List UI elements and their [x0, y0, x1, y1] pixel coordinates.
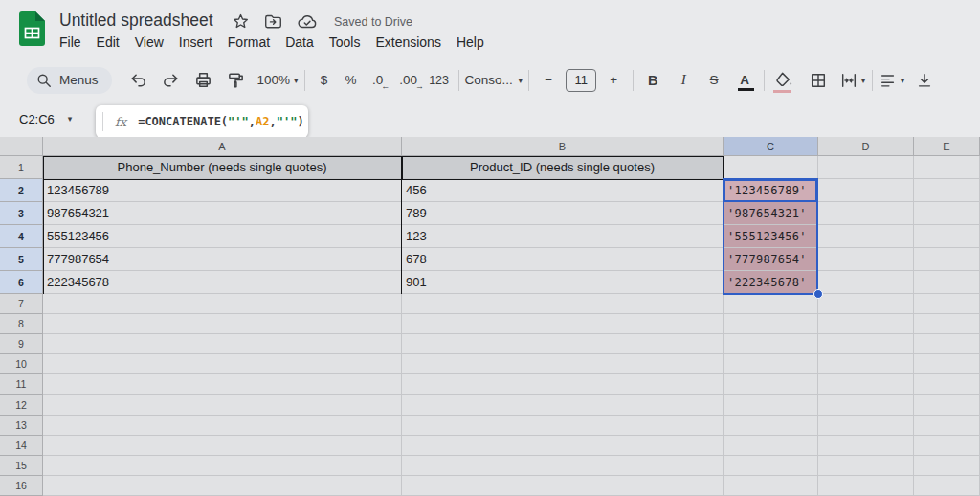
format-percent-button[interactable]: % — [338, 67, 365, 94]
increase-decimal-button[interactable]: .00→ — [395, 67, 422, 94]
column-header-d[interactable]: D — [818, 137, 914, 156]
move-folder-icon[interactable] — [264, 13, 282, 30]
cell-B7[interactable] — [402, 294, 724, 314]
cell-D15[interactable] — [818, 456, 914, 476]
cell-B11[interactable] — [402, 374, 724, 395]
cell-D9[interactable] — [818, 334, 914, 354]
cell-B5[interactable]: 678 — [402, 248, 724, 271]
cell-C4[interactable]: '555123456' — [724, 225, 818, 248]
cell-D13[interactable] — [818, 416, 914, 436]
column-header-b[interactable]: B — [402, 137, 724, 156]
cell-D5[interactable] — [818, 248, 914, 271]
more-formats-button[interactable]: 123 — [426, 67, 453, 94]
cell-C2[interactable]: '123456789' — [724, 179, 818, 202]
name-box[interactable]: C2:C6 ▾ — [0, 101, 96, 137]
cell-B13[interactable] — [402, 416, 724, 436]
cell-A4[interactable]: 555123456 — [43, 225, 402, 248]
cell-E8[interactable] — [914, 314, 980, 334]
cell-C6[interactable]: '222345678' — [724, 271, 818, 294]
cell-C7[interactable] — [724, 294, 818, 314]
cell-B14[interactable] — [402, 436, 724, 456]
row-header-10[interactable]: 10 — [0, 354, 43, 374]
fill-color-button[interactable] — [770, 67, 797, 94]
cell-E10[interactable] — [914, 354, 980, 374]
cell-D16[interactable] — [818, 476, 914, 496]
cell-B1[interactable]: Product_ID (needs single quotes) — [402, 156, 724, 179]
row-header-12[interactable]: 12 — [0, 395, 43, 415]
cell-B9[interactable] — [402, 334, 724, 354]
print-button[interactable] — [190, 67, 217, 94]
cell-C12[interactable] — [724, 395, 818, 415]
cell-D10[interactable] — [818, 354, 914, 374]
decrease-decimal-button[interactable]: .0← — [365, 67, 391, 94]
cell-B4[interactable]: 123 — [402, 225, 724, 248]
cell-C1[interactable] — [724, 156, 818, 179]
row-header-1[interactable]: 1 — [0, 156, 43, 179]
cell-D2[interactable] — [818, 179, 914, 202]
cell-C16[interactable] — [724, 476, 818, 496]
cell-A8[interactable] — [43, 314, 402, 334]
cell-A3[interactable]: 987654321 — [43, 202, 402, 225]
cell-A9[interactable] — [43, 334, 402, 354]
cell-A14[interactable] — [43, 436, 402, 456]
cell-A11[interactable] — [43, 374, 402, 395]
cell-C9[interactable] — [724, 334, 818, 354]
cell-B2[interactable]: 456 — [402, 179, 724, 202]
row-header-3[interactable]: 3 — [0, 202, 43, 225]
row-header-11[interactable]: 11 — [0, 374, 43, 395]
cell-C14[interactable] — [724, 436, 818, 456]
cell-A6[interactable]: 222345678 — [43, 271, 402, 294]
cell-A7[interactable] — [43, 294, 402, 314]
cell-E11[interactable] — [914, 374, 980, 395]
cell-D14[interactable] — [818, 436, 914, 456]
cell-E3[interactable] — [914, 202, 980, 225]
menu-item-data[interactable]: Data — [278, 33, 322, 52]
cell-A5[interactable]: 777987654 — [43, 248, 402, 271]
cell-D6[interactable] — [818, 271, 914, 294]
cell-E5[interactable] — [914, 248, 980, 271]
cell-E13[interactable] — [914, 416, 980, 436]
cell-B8[interactable] — [402, 314, 724, 334]
row-header-2[interactable]: 2 — [0, 179, 43, 202]
sheets-logo-icon[interactable] — [19, 11, 45, 46]
row-header-7[interactable]: 7 — [0, 294, 43, 314]
cell-C11[interactable] — [724, 374, 818, 395]
formula-input-highlight[interactable]: fx =CONCATENATE("'",A2,"'") — [96, 105, 308, 138]
format-currency-button[interactable]: $ — [311, 67, 338, 94]
menu-item-view[interactable]: View — [127, 33, 171, 52]
font-size-input[interactable]: 11 — [566, 69, 596, 92]
text-color-button[interactable]: A — [731, 67, 758, 94]
cell-B16[interactable] — [402, 476, 724, 496]
cell-C10[interactable] — [724, 354, 818, 374]
menu-item-tools[interactable]: Tools — [322, 33, 368, 52]
row-header-16[interactable]: 16 — [0, 476, 43, 496]
menu-item-file[interactable]: File — [52, 33, 89, 52]
saved-cloud-icon[interactable] — [298, 14, 317, 30]
increase-font-size-button[interactable]: + — [600, 67, 627, 94]
cell-D1[interactable] — [818, 156, 914, 179]
menu-item-format[interactable]: Format — [220, 33, 278, 52]
cell-E4[interactable] — [914, 225, 980, 248]
cell-B12[interactable] — [402, 395, 724, 415]
cell-D11[interactable] — [818, 374, 914, 395]
column-header-a[interactable]: A — [43, 137, 402, 156]
fill-handle[interactable] — [813, 289, 823, 299]
menu-item-insert[interactable]: Insert — [171, 33, 220, 52]
cell-C8[interactable] — [724, 314, 818, 334]
cell-B3[interactable]: 789 — [402, 202, 724, 225]
cell-A16[interactable] — [43, 476, 402, 496]
row-header-14[interactable]: 14 — [0, 436, 43, 456]
font-family-select[interactable]: Conso... ▾ — [465, 67, 523, 94]
cell-E7[interactable] — [914, 294, 980, 314]
cell-E2[interactable] — [914, 179, 980, 202]
cell-E16[interactable] — [914, 476, 980, 496]
row-header-6[interactable]: 6 — [0, 271, 43, 294]
cell-C3[interactable]: '987654321' — [724, 202, 818, 225]
document-title[interactable]: Untitled spreadsheet — [59, 11, 213, 31]
menus-search-button[interactable]: Menus — [27, 67, 112, 94]
cell-A15[interactable] — [43, 456, 402, 476]
cell-C15[interactable] — [724, 456, 818, 476]
cell-B10[interactable] — [402, 354, 724, 374]
cell-E1[interactable] — [914, 156, 980, 179]
star-icon[interactable] — [233, 13, 249, 30]
